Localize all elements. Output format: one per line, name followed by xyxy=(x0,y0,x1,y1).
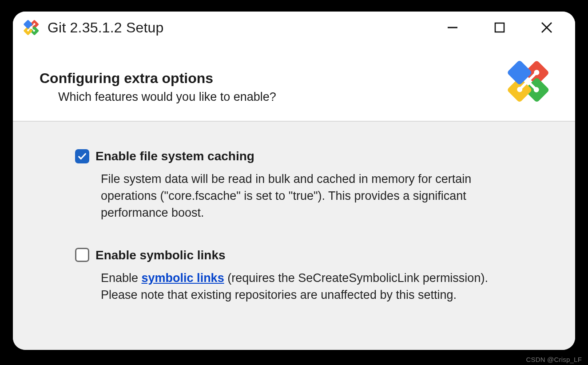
option-symlinks-description: Enable symbolic links (requires the SeCr… xyxy=(101,270,509,304)
maximize-button[interactable] xyxy=(490,18,509,37)
close-button[interactable] xyxy=(537,18,556,37)
wizard-header: Configuring extra options Which features… xyxy=(13,44,575,122)
window-title: Git 2.35.1.2 Setup xyxy=(48,20,443,36)
page-subtitle: Which features would you like to enable? xyxy=(58,90,504,104)
option-symlinks: Enable symbolic links Enable symbolic li… xyxy=(75,246,536,304)
watermark: CSDN @Crisp_LF xyxy=(526,356,582,363)
titlebar: Git 2.35.1.2 Setup xyxy=(13,12,575,44)
svg-rect-8 xyxy=(495,23,504,32)
minimize-button[interactable] xyxy=(443,18,462,37)
git-logo-icon xyxy=(504,57,553,106)
option-symlinks-label[interactable]: Enable symbolic links xyxy=(95,246,226,264)
setup-window: Git 2.35.1.2 Setup Configuring extra opt… xyxy=(13,12,575,350)
checkbox-symlinks[interactable] xyxy=(75,248,89,262)
symlinks-desc-pre: Enable xyxy=(101,271,142,285)
checkbox-fscache[interactable] xyxy=(75,149,89,163)
window-controls xyxy=(443,18,569,37)
options-area: Enable file system caching File system d… xyxy=(13,122,575,350)
option-fscache: Enable file system caching File system d… xyxy=(75,147,536,222)
git-icon xyxy=(23,19,40,36)
option-symlinks-header: Enable symbolic links xyxy=(75,246,536,264)
option-fscache-header: Enable file system caching xyxy=(75,147,536,165)
page-title: Configuring extra options xyxy=(40,70,504,87)
symbolic-links-link[interactable]: symbolic links xyxy=(142,271,224,285)
option-fscache-description: File system data will be read in bulk an… xyxy=(101,171,509,221)
wizard-header-text: Configuring extra options Which features… xyxy=(40,52,504,104)
option-fscache-label[interactable]: Enable file system caching xyxy=(95,147,254,165)
